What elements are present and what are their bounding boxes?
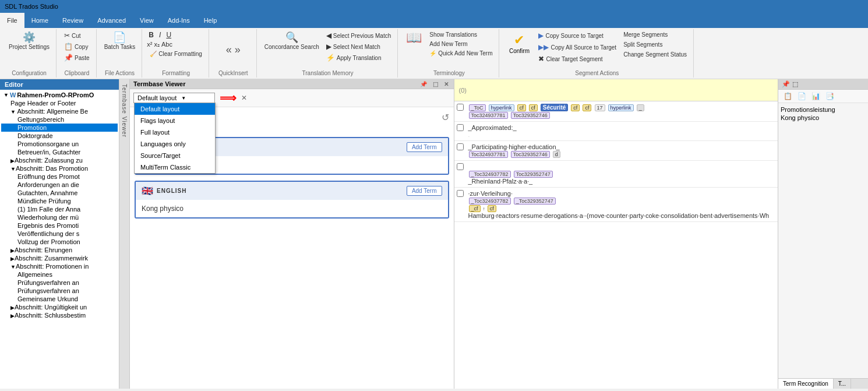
subscript-button[interactable]: x₂ [154,41,160,48]
quickinsert-button[interactable]: « » [226,44,241,56]
tree-item-14[interactable]: (1) 1lm Falle der Anna [1,205,118,213]
apply-translation-button[interactable]: ⚡Apply Translation [323,52,394,63]
italic-button[interactable]: I [157,30,163,40]
tree-item-18[interactable]: Vollzug der Promotion [1,238,118,246]
tree-item-17[interactable]: Veröffentlichung der s [1,230,118,238]
show-translations-button[interactable]: Show Translations [426,30,495,39]
tree-item-13[interactable]: Mündliche Prüfung [1,197,118,205]
add-term-german-button[interactable]: Add Term [407,142,442,152]
tr-toolbar-icon-2[interactable]: 📄 [796,91,808,101]
layout-option-source-target[interactable]: Source/Target [135,150,215,161]
tree-item-12[interactable]: Gutachten, Annahme [1,189,118,197]
seg-checkbox-5[interactable] [457,190,466,198]
tree-item-24[interactable]: Prüfungsverfahren an [1,287,118,295]
termbase-title-bar: Termbase Viewer 📌 ⬚ ✕ [130,79,454,89]
underline-button[interactable]: U [164,30,173,40]
tree-item-1[interactable]: Page Header or Footer [1,99,118,107]
tab-t[interactable]: T... [834,379,851,389]
layout-option-multiterm[interactable]: MultiTerm Classic [135,161,215,173]
seg-checkbox-1[interactable] [457,104,466,112]
tree-item-5[interactable]: Doktorgrade [1,132,118,140]
clear-formatting-button[interactable]: 🧹 Clear Formatting [147,50,204,58]
tree-item-25[interactable]: Gemeinsame Urkund [1,295,118,303]
clear-formatting-icon: 🧹 [150,51,157,57]
tr-toolbar-icon-3[interactable]: 📊 [810,91,822,101]
close-termbase-button[interactable]: ✕ [442,81,450,87]
tr-toolbar-icon-4[interactable]: 📑 [824,91,836,101]
tree-item-27[interactable]: ▶Abschnitt: Schlussbestim [1,311,118,319]
refresh-button[interactable]: ↺ [442,112,449,123]
merge-segments-button[interactable]: Merge Segments [620,30,690,39]
layout-option-flags[interactable]: Flags layout [135,115,215,126]
tree-item-3[interactable]: Geltungsbereich [1,115,118,124]
change-segment-status-button[interactable]: Change Segment Status [620,50,690,59]
select-next-match-button[interactable]: ▶Select Next Match [323,41,394,52]
tree-item-10[interactable]: Eröffnung des Promot [1,172,118,181]
project-settings-button[interactable]: ⚙️ Project Settings [6,30,52,52]
tree-item-root[interactable]: ▼ W Rahmen-PromO-RPromO [1,91,118,99]
add-new-term-button[interactable]: Add New Term [426,40,495,48]
tree-item-6[interactable]: Promotionsorgane un [1,140,118,148]
tree-item-20[interactable]: ▶Abschnitt: Zusammenwirk [1,254,118,262]
layout-option-default[interactable]: Default layout [135,103,215,115]
layout-dropdown[interactable]: Default layout ▼ Default layout Flags la… [133,93,215,103]
pin-button[interactable]: 📌 [418,81,429,87]
close-x-button[interactable]: ✕ [241,94,247,102]
termbase-sidebar-label[interactable]: Termbase Viewer [119,79,130,389]
pin-tr-icon[interactable]: 📌 [782,80,790,88]
tab-home[interactable]: Home [24,13,55,28]
tree-item-8[interactable]: ▶Abschnitt: Zulassung zu [1,156,118,164]
tree-item-11[interactable]: Anforderungen an die [1,181,118,189]
tree-item-4[interactable]: Promotion [1,124,118,132]
tree-item-2[interactable]: ▼ Abschnitt: Allgemeine Be [1,107,118,115]
editor-panel: Editor ▼ W Rahmen-PromO-RPromO Page Head… [0,79,119,389]
select-prev-match-button[interactable]: ◀Select Previous Match [323,30,394,41]
layout-option-languages[interactable]: Languages only [135,138,215,150]
seg-checkbox-2[interactable] [457,124,466,132]
tab-view[interactable]: View [133,13,161,28]
superscript-button[interactable]: x² [147,41,152,48]
seg-content-5: ·zur·Verleihung· _Toc324937782 _Toc32935… [468,190,776,219]
bold-button[interactable]: B [147,30,156,40]
tr-toolbar-icon-1[interactable]: 📋 [782,91,794,101]
tree-item-7[interactable]: Betreuer/in, Gutachter [1,148,118,156]
seg-checkbox-3[interactable] [457,143,466,152]
tab-addins[interactable]: Add-Ins [161,13,197,28]
add-term-english-button[interactable]: Add Term [407,186,442,196]
layout-option-full[interactable]: Full layout [135,126,215,138]
concordance-search-button[interactable]: 🔍 Concordance Search [262,30,322,52]
tree-item-23[interactable]: Prüfungsverfahren an [1,279,118,287]
copy-button[interactable]: 📋Copy [61,41,93,52]
batch-tasks-button[interactable]: 📄 Batch Tasks [101,30,139,52]
split-segments-button[interactable]: Split Segments [620,40,690,49]
quick-add-new-term-button[interactable]: ⚡Quick Add New Term [426,49,495,58]
float-tr-icon[interactable]: ⬚ [792,80,798,88]
float-button[interactable]: ⬚ [431,81,440,87]
editor-header: Editor [0,79,119,90]
tree-item-19[interactable]: ▶Abschnitt: Ehrungen [1,246,118,254]
confirm-button[interactable]: ✔ Confirm [504,30,534,57]
copy-source-to-target-button[interactable]: ▶Copy Source to Target [535,30,619,41]
abc-button[interactable]: Abc [161,41,172,48]
clear-target-segment-button[interactable]: ✖Clear Target Segment [535,54,619,64]
tab-file[interactable]: File [0,13,24,28]
tree-doc-icon: W [10,91,16,98]
tree-item-15[interactable]: Wiederholung der mü [1,213,118,221]
tab-help[interactable]: Help [197,13,224,28]
ribbon: ⚙️ Project Settings Configuration ✂Cut 📋… [0,28,868,79]
tab-term-recognition[interactable]: Term Recognition [778,379,834,389]
tree-item-16[interactable]: Ergebnis des Promoti [1,221,118,230]
tree-item-26[interactable]: ▶Abschnitt: Ungültigkeit un [1,303,118,311]
tree-expand-icon-2: ▼ [10,109,16,115]
tab-review[interactable]: Review [55,13,90,28]
tree-item-22[interactable]: Allgemeines [1,270,118,279]
title-bar: SDL Trados Studio [0,0,868,13]
seg-checkbox-4[interactable] [457,163,466,171]
tab-advanced[interactable]: Advanced [90,13,133,28]
copy-all-source-to-target-button[interactable]: ▶▶Copy All Source to Target [535,42,619,52]
tree-item-9[interactable]: ▼Abschnitt: Das Promotion [1,164,118,172]
tree-item-21[interactable]: ▼Abschnitt: Promotionen in [1,262,118,270]
cut-button[interactable]: ✂Cut [61,30,93,41]
clipboard-label: Clipboard [64,69,89,76]
paste-button[interactable]: 📌Paste [61,52,93,63]
